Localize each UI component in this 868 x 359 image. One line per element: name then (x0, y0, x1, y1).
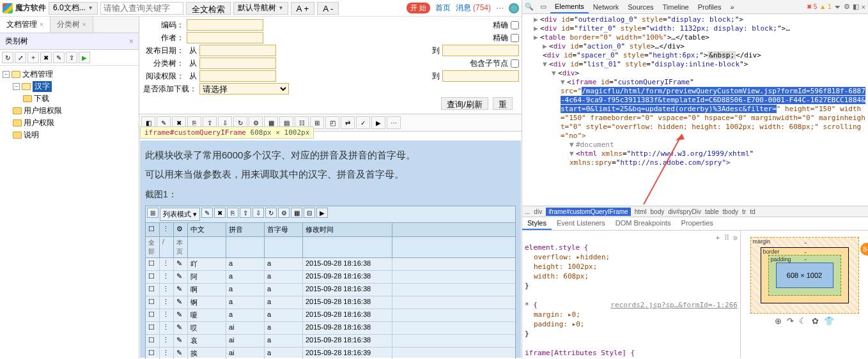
home-link[interactable]: 首页 (435, 3, 451, 13)
table-row[interactable]: ☐⋮✎哎aia2015-09-28 18:16:38 (146, 322, 515, 335)
export-icon[interactable]: ⇪ (66, 52, 77, 63)
table-row[interactable]: ☐⋮✎阿aa2015-09-28 18:16:38 (146, 271, 515, 284)
tree-node-download[interactable]: 下载 (23, 93, 136, 105)
dom-breadcrumb[interactable]: ... div iframe#customQueryIFrame html bo… (522, 206, 868, 217)
toolbar-icon[interactable]: ▦ (291, 208, 302, 218)
inspect-icon[interactable]: 🔍 (522, 3, 536, 11)
pubdate-from-input[interactable] (199, 45, 276, 56)
table-row[interactable]: ☐⋮✎吖aa2015-09-28 18:16:38 (146, 258, 515, 271)
tool-icon[interactable]: ☾ (799, 316, 807, 326)
tool-icon[interactable]: ⊕ (775, 316, 782, 326)
col-chinese[interactable]: 中文 (188, 223, 226, 236)
refresh-icon[interactable]: ↻ (2, 52, 13, 63)
pubdate-to-input[interactable] (442, 45, 519, 56)
tree-icon[interactable]: ⤢ (15, 52, 26, 63)
tree-node-group-perm[interactable]: 用户组权限 (13, 105, 136, 117)
navtree-dropdown[interactable]: 默认导航树 (233, 2, 288, 15)
code-input[interactable] (187, 19, 263, 31)
tree-root[interactable]: −文档管理 (3, 68, 136, 80)
fulltext-search-button[interactable]: 全文检索 (186, 2, 231, 15)
table-row[interactable]: ☐⋮✎哀aia2015-09-28 18:16:38 (146, 335, 515, 348)
col-modtime[interactable]: 修改时间 (303, 223, 392, 236)
close-icon[interactable]: × (129, 37, 134, 46)
col-pinyin[interactable]: 拼音 (226, 223, 265, 236)
collapse-icon[interactable]: − (13, 83, 20, 90)
toolbar-icon[interactable]: ✎ (201, 208, 213, 218)
toolbar-icon[interactable]: ▶ (371, 116, 385, 129)
tab-event-listeners[interactable]: Event Listeners (552, 217, 610, 230)
dom-tree[interactable]: ▶<div id="outerdialog_0" style="display:… (522, 14, 868, 206)
styles-rules[interactable]: + ⠿ ⊙ element.style { overflow: ▸hidden;… (522, 231, 740, 358)
table-row[interactable]: ☐⋮✎嗄aa2015-09-28 18:16:38 (146, 309, 515, 322)
tree-node-hanzi[interactable]: −汉字 (13, 80, 136, 93)
checkbox-header[interactable]: ☐ (146, 223, 160, 236)
tab-network[interactable]: Network (589, 1, 623, 13)
toolbar-icon[interactable]: ⇄ (341, 116, 355, 129)
tab-timeline[interactable]: Timeline (658, 1, 694, 13)
tab-elements[interactable]: Elements (550, 1, 589, 13)
toolbar-icon[interactable]: ⎘ (227, 208, 238, 218)
toolbar-icon[interactable]: ⊞ (147, 208, 159, 218)
drawer-icon[interactable]: ⏷ (834, 3, 841, 11)
toolbar-icon[interactable]: ⇪ (240, 208, 251, 218)
tree-from-input[interactable] (199, 57, 276, 69)
exact-checkbox[interactable] (511, 34, 519, 42)
dock-icon[interactable]: ◧ (853, 3, 859, 11)
reset-button[interactable]: 重 (493, 97, 513, 110)
toolbar-icon[interactable]: ✓ (356, 116, 370, 129)
table-row[interactable]: ☐⋮✎锕aa2015-09-28 18:16:38 (146, 296, 515, 309)
version-dropdown[interactable]: 6.0文档... (49, 2, 98, 15)
toolbar-icon[interactable]: ⚙ (278, 208, 290, 218)
tab-doc-mgmt[interactable]: 文档管理× (0, 17, 50, 33)
close-icon[interactable]: × (40, 21, 43, 28)
box-model[interactable]: margin- border- padding- 608 × 1002 (750, 237, 859, 314)
tab-category-tree[interactable]: 分类树× (50, 17, 93, 33)
collapse-icon[interactable]: − (3, 71, 10, 78)
search-input[interactable] (100, 2, 183, 15)
tab-properties[interactable]: Properties (676, 217, 718, 230)
tree-node-user-perm[interactable]: 用户权限 (13, 117, 136, 129)
globe-icon[interactable] (509, 3, 519, 13)
toolbar-icon[interactable]: ▶ (316, 208, 328, 218)
tab-profiles[interactable]: Profiles (694, 1, 726, 13)
toolbar-icon[interactable]: ↻ (265, 208, 277, 218)
delete-icon[interactable]: ✖ (40, 52, 52, 63)
play-icon[interactable]: ▶ (79, 52, 90, 63)
readperm-to-input[interactable] (442, 70, 519, 82)
font-increase-button[interactable]: A + (291, 2, 315, 15)
messages-link[interactable]: 消息 (754) (456, 3, 491, 13)
more-icon[interactable]: ⋯ (496, 4, 504, 13)
readperm-from-input[interactable] (199, 70, 276, 82)
edit-icon[interactable]: ✎ (53, 52, 65, 63)
start-badge[interactable]: 开 始 (407, 3, 430, 13)
tool-icon[interactable]: ✿ (812, 316, 819, 326)
exact-checkbox[interactable] (511, 21, 519, 29)
toolbar-icon[interactable]: ⊟ (304, 208, 315, 218)
settings-icon[interactable]: ⚙ (844, 3, 850, 11)
query-button[interactable]: 查询/刷新 (441, 97, 488, 110)
tab-dom-breakpoints[interactable]: DOM Breakpoints (610, 217, 676, 230)
table-row[interactable]: ☐⋮✎啊aa2015-09-28 18:16:38 (146, 284, 515, 296)
error-count[interactable]: ✖ 5 (807, 3, 817, 10)
warning-count[interactable]: ▲ 1 (819, 3, 831, 10)
tool-icon[interactable]: 👕 (824, 316, 834, 326)
device-icon[interactable]: ▭ (536, 3, 550, 11)
toolbar-icon[interactable]: ⋯ (387, 116, 401, 129)
add-icon[interactable]: ＋ (27, 52, 39, 63)
close-icon[interactable]: × (862, 3, 865, 11)
tab-sources[interactable]: Sources (623, 1, 658, 13)
toolbar-icon[interactable]: ⇩ (252, 208, 264, 218)
col-initial[interactable]: 首字母 (265, 223, 303, 236)
view-mode-dropdown[interactable]: 列表模式 ▾ (160, 208, 200, 221)
author-input[interactable] (187, 32, 263, 43)
tree-node-readme[interactable]: 说明 (13, 129, 136, 141)
tab-styles[interactable]: Styles (522, 217, 552, 230)
font-decrease-button[interactable]: A - (317, 2, 339, 15)
tool-icon[interactable]: ↷ (787, 316, 794, 326)
toolbar-icon[interactable]: ◰ (325, 116, 339, 129)
download-select[interactable]: 请选择 (199, 83, 289, 95)
toolbar-icon[interactable]: ✖ (214, 208, 226, 218)
tab-more[interactable]: » (725, 1, 738, 13)
table-row[interactable]: ☐⋮✎挨aia2015-09-28 18:16:39 (146, 348, 515, 359)
close-icon[interactable]: × (82, 21, 86, 28)
